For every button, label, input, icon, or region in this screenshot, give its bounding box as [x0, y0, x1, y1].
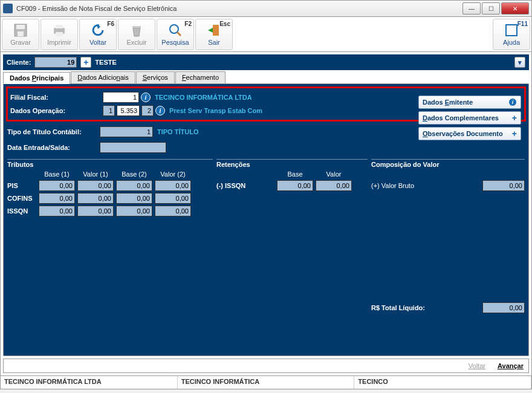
ajuda-button[interactable]: F11 Ajuda	[493, 19, 530, 50]
svg-rect-2	[18, 31, 24, 36]
dropdown-toggle[interactable]: ▾	[514, 57, 525, 68]
tributo-row: PIS	[7, 180, 213, 191]
delete-icon	[129, 23, 144, 37]
close-button[interactable]: ✕	[501, 2, 529, 15]
sair-button[interactable]: Esc Sair	[195, 19, 233, 50]
data-input[interactable]	[100, 142, 166, 153]
client-row: Cliente: + TESTE ▾	[3, 54, 529, 70]
plus-icon: +	[512, 113, 517, 123]
tributo-val2[interactable]	[155, 180, 191, 191]
valor-bruto-value[interactable]	[482, 180, 525, 191]
tab-dados-adicionais[interactable]: Dados Adicionais	[71, 71, 135, 83]
tributo-base1[interactable]	[39, 193, 75, 204]
retencoes-section: Retenções Base Valor (-) ISSQN	[216, 159, 368, 352]
app-icon	[3, 4, 13, 13]
save-icon	[13, 23, 28, 37]
pesquisa-button[interactable]: F2 Pesquisa	[157, 19, 194, 50]
minimize-button[interactable]: —	[462, 2, 481, 15]
tributo-base1[interactable]	[39, 206, 75, 216]
titulo-input[interactable]	[100, 126, 153, 137]
svg-rect-5	[56, 32, 63, 36]
toolbar: Gravar Imprimir F6 Voltar Excluir F2 Pes…	[0, 17, 532, 52]
tributo-val1[interactable]	[77, 193, 114, 204]
tributo-val1[interactable]	[77, 206, 114, 216]
search-icon	[168, 23, 183, 37]
info-icon: i	[508, 98, 517, 106]
dados-emitente-button[interactable]: Dados Emitentei	[418, 96, 521, 109]
tab-servicos[interactable]: Serviços	[136, 71, 175, 83]
valor-bruto-label: (+) Valor Bruto	[371, 182, 414, 189]
svg-point-7	[170, 25, 178, 33]
nav-avancar[interactable]: Avançar	[498, 362, 524, 369]
observacoes-button[interactable]: Observações Documento+	[418, 127, 521, 140]
nav-voltar[interactable]: Voltar	[469, 362, 485, 369]
plus-icon: +	[512, 129, 517, 138]
svg-rect-9	[213, 25, 219, 36]
svg-rect-6	[132, 26, 141, 28]
composicao-title: Composição do Valor	[371, 161, 525, 168]
status-cell-2: TECINCO INFORMÁTICA	[178, 376, 355, 389]
voltar-button[interactable]: F6 Voltar	[79, 19, 117, 50]
svg-rect-10	[506, 25, 517, 36]
client-label: Cliente:	[7, 59, 31, 66]
oper-input-1[interactable]	[103, 105, 115, 116]
status-cell-3: TECINCO	[354, 376, 531, 389]
gravar-button[interactable]: Gravar	[2, 19, 39, 50]
tab-dados-principais[interactable]: Dados Principais	[3, 72, 70, 84]
filial-desc: TECINCO INFORMÁTICA LTDA	[155, 94, 252, 101]
retencao-base[interactable]	[277, 180, 313, 191]
tributo-val1[interactable]	[77, 180, 114, 191]
tributo-label: COFINS	[7, 195, 36, 202]
tributo-label: PIS	[7, 182, 36, 189]
imprimir-button[interactable]: Imprimir	[41, 19, 78, 50]
tributo-base2[interactable]	[116, 193, 152, 204]
excluir-button[interactable]: Excluir	[118, 19, 155, 50]
bottom-nav: Voltar Avançar	[3, 359, 529, 373]
retencao-valor[interactable]	[316, 180, 352, 191]
titulo-desc: TIPO TÍTULO	[157, 128, 198, 135]
tributo-row: COFINS	[7, 193, 213, 204]
side-buttons: Dados Emitentei Dados Complementares+ Ob…	[418, 96, 521, 140]
filial-label: Filial Fiscal:	[10, 94, 101, 101]
retencoes-title: Retenções	[216, 161, 368, 168]
tributo-label: ISSQN	[7, 207, 36, 215]
info-icon[interactable]: i	[155, 106, 165, 115]
back-icon	[91, 23, 105, 37]
oper-desc: Prest Serv Transp Estab Com	[169, 107, 262, 114]
svg-rect-1	[16, 25, 25, 29]
window-titlebar: CF009 - Emissão de Nota Fiscal de Serviç…	[0, 0, 532, 17]
composicao-section: Composição do Valor (+) Valor Bruto R$ T…	[371, 159, 525, 352]
operacao-label: Dados Operação:	[10, 107, 101, 114]
status-bar: TECINCO INFORMÁTICA LTDA TECINCO INFORMÁ…	[0, 376, 532, 389]
dados-complementares-button[interactable]: Dados Complementares+	[418, 111, 521, 125]
tributos-title: Tributos	[7, 161, 213, 168]
client-id-input[interactable]	[34, 57, 77, 68]
tributo-val2[interactable]	[155, 193, 191, 204]
filial-input[interactable]	[103, 92, 139, 103]
tab-content: Filial Fiscal: i TECINCO INFORMÁTICA LTD…	[3, 83, 529, 356]
total-liquido-value[interactable]	[482, 302, 525, 313]
print-icon	[52, 23, 66, 37]
tab-fechamento[interactable]: Fechamento	[175, 71, 225, 83]
svg-rect-4	[56, 25, 63, 28]
oper-input-3[interactable]	[141, 105, 154, 116]
tributos-section: Tributos Base (1) Valor (1) Base (2) Val…	[7, 159, 213, 352]
tributo-val2[interactable]	[155, 206, 191, 216]
info-icon[interactable]: i	[141, 93, 151, 102]
tributo-base1[interactable]	[39, 180, 75, 191]
svg-line-8	[177, 32, 181, 36]
oper-input-2[interactable]	[117, 105, 140, 116]
help-icon	[504, 23, 519, 37]
data-label: Data Entrada/Saída:	[7, 144, 98, 151]
maximize-button[interactable]: ☐	[482, 2, 500, 15]
tab-strip: Dados Principais Dados Adicionais Serviç…	[3, 71, 529, 83]
status-cell-1: TECINCO INFORMÁTICA LTDA	[1, 376, 178, 389]
main-panel: Cliente: + TESTE ▾ Dados Principais Dado…	[0, 52, 532, 376]
total-liquido-label: R$ Total Líquido:	[371, 304, 425, 311]
tributo-base2[interactable]	[116, 206, 152, 216]
client-add-button[interactable]: +	[80, 57, 91, 68]
retencao-row-label: (-) ISSQN	[216, 182, 274, 189]
tributo-base2[interactable]	[116, 180, 152, 191]
window-title: CF009 - Emissão de Nota Fiscal de Serviç…	[16, 5, 462, 12]
tributo-row: ISSQN	[7, 206, 213, 216]
